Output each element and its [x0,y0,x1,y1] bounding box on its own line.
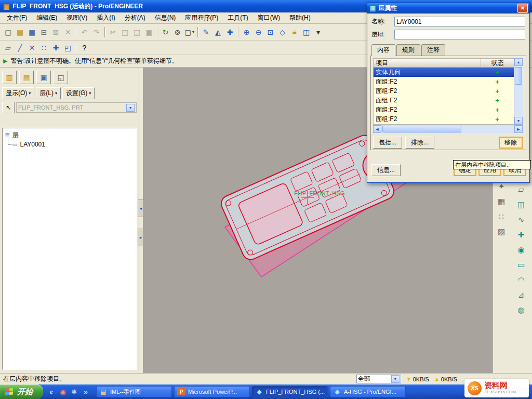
menu-item-1[interactable]: 文件(F) [2,12,32,23]
layer-tree-toggle-icon[interactable]: ▥ [2,71,17,84]
exclude-button[interactable]: 排除... [405,137,434,149]
select-arrow-icon[interactable]: ↖ [2,102,15,113]
selection-filter-icon[interactable]: ▢▾ [183,26,195,38]
layer-tree-root[interactable]: ≣ 层 [5,130,134,140]
reorient-icon[interactable]: ◇ [276,26,288,38]
close-icon[interactable]: ✕ [517,4,528,13]
taskbar-task-3[interactable]: ◆FLIP_FRONT_HSG (... [252,386,328,397]
start-button[interactable]: 开始 [0,384,43,399]
layer-name-input[interactable] [394,17,525,26]
panel-dropdown-2[interactable]: 层(L)▾ [36,87,61,99]
sketcher-plane-icon[interactable]: ◰ [62,42,74,54]
sketcher-parallelogram-icon[interactable]: ▱ [2,42,14,54]
column-header-item[interactable]: 项目 [373,58,481,68]
selection-filter-combo[interactable]: 全部 ▾ [356,375,401,383]
view-manager-icon[interactable]: ◫ [300,26,312,38]
panel-dropdown-1[interactable]: 显示(O)▾ [2,87,34,99]
find-icon[interactable]: ⊚ [171,26,183,38]
views-dropdown-icon[interactable]: ▾ [312,26,324,38]
table-row[interactable]: 面组:F2+ [374,114,514,124]
menu-item-8[interactable]: 工具(T) [223,12,252,23]
active-model-combo[interactable]: FLIP_FRONT_HSG. PRT ▾ [16,102,137,113]
open-file-icon[interactable]: ▤ [14,26,26,38]
toolbar-chevron-icon[interactable]: » [81,387,90,396]
combo-dropdown-icon[interactable]: ▾ [126,104,135,112]
column-header-status[interactable]: 状态 [481,58,514,68]
taskbar-task-4[interactable]: ◆A-HSG - Pro/ENGI... [330,386,406,397]
sketcher-point-icon[interactable]: ✕ [26,42,38,54]
datum-plane-tool-icon[interactable]: ◫ [514,199,528,210]
scroll-left-icon[interactable]: ◀ [373,125,381,133]
hatch-display-icon[interactable]: ▨ [495,226,508,237]
combo-dropdown-icon[interactable]: ▾ [391,375,400,383]
taskbar-task-2[interactable]: PMicrosoft PowerP... [174,386,250,397]
menu-item-10[interactable]: 帮助(H) [285,12,315,23]
include-button[interactable]: 包括... [373,137,402,149]
sketcher-coord-icon[interactable]: ✚ [50,42,62,54]
menu-item-3[interactable]: 视图(V) [62,12,92,23]
panel-splitter[interactable] [139,68,143,373]
grid-display-icon[interactable]: ▦ [495,196,508,207]
menu-item-7[interactable]: 应用程序(P) [180,12,223,23]
layer-manager-icon[interactable]: ≡ [288,26,300,38]
panel-dropdown-3[interactable]: 设置(G)▾ [62,87,95,99]
table-row[interactable]: 实体几何+ [374,68,514,77]
hole-tool-icon[interactable]: ◉ [514,244,528,256]
media-player-icon[interactable]: ◉ [58,387,68,396]
table-row[interactable]: 面组:F2+ [374,77,514,86]
cascade-windows-icon[interactable]: ◱ [54,71,68,84]
layer-tree-item[interactable]: ▱ LAY0001 [13,140,134,149]
zoom-in-icon[interactable]: ⊕ [241,26,252,38]
tab-2[interactable]: 规则 [396,44,420,56]
taskbar-task-1[interactable]: ▤IML--零件图 [96,386,172,397]
scrollbar-thumb[interactable] [515,67,522,85]
collapse-panel-arrow[interactable]: ◂ [138,200,144,217]
scroll-up-icon[interactable]: ▲ [514,58,523,66]
refit-icon[interactable]: ⊡ [264,26,276,38]
tab-3[interactable]: 注释 [421,44,445,56]
datum-curve-tool-icon[interactable]: ∿ [514,214,528,225]
saved-views-icon[interactable]: ◭ [212,26,224,38]
table-row[interactable]: 面组:F2+ [374,86,514,96]
spin-center-icon[interactable]: ✚ [224,26,236,38]
info-button[interactable]: 信息... [371,164,401,176]
scrollbar-track[interactable] [461,125,514,133]
layer-id-input[interactable] [394,30,525,39]
display-settings-icon[interactable]: ✎ [200,26,212,38]
draft-tool-icon[interactable]: ⊿ [514,289,528,301]
table-row[interactable]: 面组:F2+ [374,96,514,105]
sketcher-line-icon[interactable]: ╱ [14,42,26,54]
scroll-down-icon[interactable]: ▼ [514,117,523,125]
shell-tool-icon[interactable]: ◍ [514,304,528,316]
datum-point-tool-icon[interactable]: ✚ [514,229,528,241]
internet-explorer-icon[interactable]: e [47,387,56,396]
regenerate-icon[interactable]: ↻ [159,26,171,38]
print-icon[interactable]: ⊟ [38,26,50,38]
new-file-icon[interactable]: ▢ [2,26,14,38]
layer-info-icon[interactable]: ▣ [36,71,51,84]
remove-button[interactable]: 移除 [499,137,523,149]
dialog-titlebar[interactable]: ▣ 层属性 ✕ [367,3,529,14]
round-tool-icon[interactable]: ◠ [514,274,528,286]
menu-item-4[interactable]: 插入(I) [92,12,119,23]
new-layer-icon[interactable]: ▤ [19,71,34,84]
tab-1[interactable]: 内容 [371,44,395,56]
menu-item-9[interactable]: 窗口(W) [253,12,285,23]
save-icon[interactable]: ▦ [26,26,38,38]
scroll-right-icon[interactable]: ▶ [514,125,523,133]
messenger-icon[interactable]: ✱ [70,387,79,396]
point-snap-icon[interactable]: ∷ [495,211,508,222]
sketcher-multi-point-icon[interactable]: ∷ [38,42,50,54]
menu-item-2[interactable]: 编辑(E) [32,12,62,23]
menu-item-6[interactable]: 信息(N) [150,12,181,23]
context-help-icon[interactable]: ? [78,42,90,54]
expand-panel-arrow[interactable]: ▸ [138,229,144,246]
dropdown-arrow-icon[interactable]: ▾ [192,30,194,34]
table-row[interactable]: 面组:F2+ [374,105,514,114]
scrollbar-thumb[interactable] [382,126,461,132]
horizontal-scrollbar[interactable]: ◀ ▶ [373,125,523,133]
vertical-scrollbar[interactable]: ▲ ▼ [514,58,523,125]
sketch-tool-icon[interactable]: ▱ [514,184,528,195]
zoom-out-icon[interactable]: ⊖ [252,26,264,38]
menu-item-5[interactable]: 分析(A) [120,12,150,23]
